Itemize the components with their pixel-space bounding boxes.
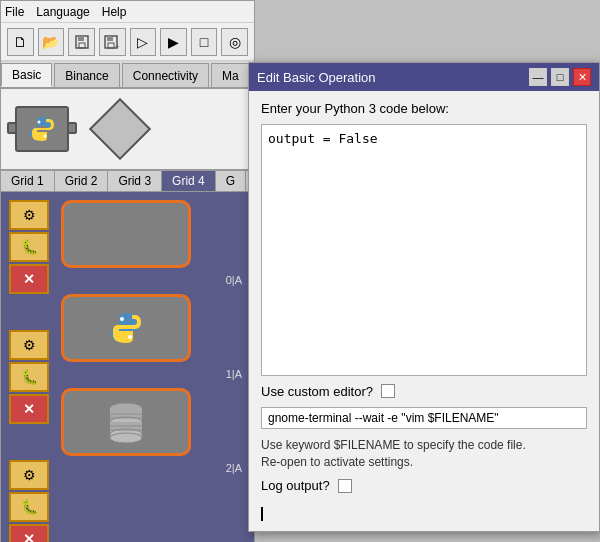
svg-rect-4 — [107, 36, 113, 41]
grid-tab-4[interactable]: Grid 4 — [162, 171, 216, 191]
grid-tab-bar: Grid 1 Grid 2 Grid 3 Grid 4 G — [1, 171, 254, 192]
node-label-2: 2|A — [226, 462, 242, 474]
bug-btn-1[interactable]: 🐛 — [9, 362, 49, 392]
ctrl-group-0: ⚙ 🐛 ✕ — [9, 200, 55, 294]
open-btn[interactable]: 📂 — [38, 28, 65, 56]
hint-area: Use keyword $FILENAME to specify the cod… — [261, 437, 587, 471]
svg-point-17 — [110, 433, 142, 443]
stop-btn[interactable]: □ — [191, 28, 218, 56]
gear-btn-2[interactable]: ⚙ — [9, 460, 49, 490]
dialog-title: Edit Basic Operation — [257, 70, 376, 85]
node-content-1 — [64, 297, 188, 359]
svg-rect-1 — [78, 36, 84, 41]
node-content-0 — [64, 203, 188, 265]
close-btn-2[interactable]: ✕ — [9, 524, 49, 542]
log-output-label: Log output? — [261, 478, 330, 493]
hint-2: Re-open to activate settings. — [261, 454, 587, 471]
dialog-content: Enter your Python 3 code below: Use cust… — [249, 91, 599, 531]
tab-basic[interactable]: Basic — [1, 63, 52, 87]
new-file-btn[interactable]: 🗋 — [7, 28, 34, 56]
diamond-block-icon — [85, 104, 155, 154]
dialog-titlebar: Edit Basic Operation — □ ✕ — [249, 63, 599, 91]
close-btn-1[interactable]: ✕ — [9, 394, 49, 424]
node-label-0: 0|A — [226, 274, 242, 286]
dialog-minimize-btn[interactable]: — — [529, 68, 547, 86]
menu-language[interactable]: Language — [36, 5, 89, 19]
grid-left-col: ⚙ 🐛 ✕ ⚙ 🐛 ✕ ⚙ 🐛 ✕ — [9, 200, 55, 542]
run-outline-btn[interactable]: ▷ — [130, 28, 157, 56]
node-label-1: 1|A — [226, 368, 242, 380]
grid-tab-1[interactable]: Grid 1 — [1, 171, 55, 191]
code-editor[interactable] — [261, 124, 587, 376]
dialog-maximize-btn[interactable]: □ — [551, 68, 569, 86]
edit-dialog: Edit Basic Operation — □ ✕ Enter your Py… — [248, 62, 600, 532]
grid-section: Grid 1 Grid 2 Grid 3 Grid 4 G ⚙ 🐛 ✕ ⚙ 🐛 — [1, 169, 254, 542]
target-btn[interactable]: ◎ — [221, 28, 248, 56]
node-block-2[interactable] — [61, 388, 191, 456]
grid-right-col: 0|A 1|A — [61, 200, 246, 542]
node-block-1[interactable] — [61, 294, 191, 362]
grid-tab-2[interactable]: Grid 2 — [55, 171, 109, 191]
save-as-btn[interactable]: + — [99, 28, 126, 56]
run-filled-btn[interactable]: ▶ — [160, 28, 187, 56]
custom-editor-input[interactable] — [261, 407, 587, 429]
svg-point-9 — [120, 317, 124, 321]
python-block-icon — [7, 104, 77, 154]
ctrl-group-1: ⚙ 🐛 ✕ — [9, 330, 55, 424]
tab-binance[interactable]: Binance — [54, 63, 119, 87]
bug-btn-2[interactable]: 🐛 — [9, 492, 49, 522]
hint-1: Use keyword $FILENAME to specify the cod… — [261, 437, 587, 454]
svg-point-10 — [128, 335, 132, 339]
node-block-0[interactable] — [61, 200, 191, 268]
tab-bar: Basic Binance Connectivity Ma — [1, 61, 254, 89]
grid-content: ⚙ 🐛 ✕ ⚙ 🐛 ✕ ⚙ 🐛 ✕ — [1, 192, 254, 542]
save-btn[interactable] — [68, 28, 95, 56]
grid-tab-more[interactable]: G — [216, 171, 246, 191]
bug-btn-0[interactable]: 🐛 — [9, 232, 49, 262]
menu-bar: File Language Help — [1, 1, 254, 23]
node-wrapper-1: 1|A — [61, 294, 246, 362]
dialog-controls: — □ ✕ — [529, 68, 591, 86]
svg-point-7 — [38, 121, 41, 124]
node-content-2 — [64, 391, 188, 453]
toolbar: 🗋 📂 + ▷ ▶ □ ◎ — [1, 23, 254, 61]
grid-tab-3[interactable]: Grid 3 — [108, 171, 162, 191]
ctrl-group-2: ⚙ 🐛 ✕ — [9, 460, 55, 542]
log-output-row: Log output? — [261, 478, 587, 493]
tab-ma[interactable]: Ma — [211, 63, 250, 87]
menu-help[interactable]: Help — [102, 5, 127, 19]
gear-btn-1[interactable]: ⚙ — [9, 330, 49, 360]
node-wrapper-0: 0|A — [61, 200, 246, 268]
log-output-checkbox[interactable] — [338, 479, 352, 493]
custom-editor-label: Use custom editor? — [261, 384, 373, 399]
node-wrapper-2: 2|A — [61, 388, 246, 456]
content-area — [1, 89, 254, 169]
svg-point-8 — [44, 135, 47, 138]
dialog-close-btn[interactable]: ✕ — [573, 68, 591, 86]
gear-btn-0[interactable]: ⚙ — [9, 200, 49, 230]
cursor-area — [261, 505, 587, 521]
main-window: File Language Help 🗋 📂 + ▷ ▶ □ ◎ Basic B… — [0, 0, 255, 542]
menu-file[interactable]: File — [5, 5, 24, 19]
code-label: Enter your Python 3 code below: — [261, 101, 587, 116]
text-cursor — [261, 507, 263, 521]
custom-editor-row: Use custom editor? — [261, 384, 587, 399]
close-btn-0[interactable]: ✕ — [9, 264, 49, 294]
custom-editor-checkbox[interactable] — [381, 384, 395, 398]
tab-connectivity[interactable]: Connectivity — [122, 63, 209, 87]
svg-text:+: + — [115, 42, 120, 50]
